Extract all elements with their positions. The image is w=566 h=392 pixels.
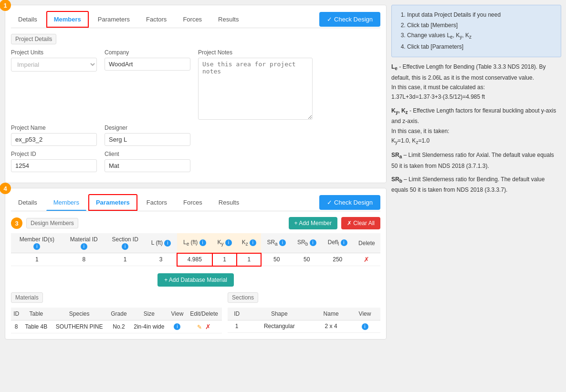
info-list: Input data Project Details if you need C… [398,10,554,52]
col-l-ft: L (ft) i [146,233,177,253]
mat-cell-grade: No.2 [108,320,130,333]
clear-all-button[interactable]: ✗ Clear All [341,217,380,229]
info-icon-section-id[interactable]: i [122,243,128,250]
mat-col-id: ID [11,308,21,320]
client-input[interactable]: Mat [105,159,190,172]
tab-parameters-top[interactable]: Parameters [91,11,137,27]
col-srb: SRb i [292,233,322,253]
tab-parameters-bottom[interactable]: Parameters [88,194,137,211]
info-item-1: Input data Project Details if you need [407,10,554,21]
materials-label: Materials [11,292,43,303]
mat-cell-id: 8 [11,320,21,333]
sec-cell-id: 1 [228,320,246,332]
form-row-1: Project Units Imperial Company WoodArt P… [11,49,380,120]
project-id-input[interactable]: 1254 [11,159,97,172]
mat-col-table: Table [21,308,51,320]
form-row-3: Project ID 1254 Client Mat [11,151,380,172]
info-icon-srb[interactable]: i [310,239,316,246]
add-member-button[interactable]: + Add Member [289,217,337,229]
mat-view-icon[interactable]: i [174,323,180,330]
info-icon-le-ft[interactable]: i [199,239,206,246]
project-name-input[interactable]: ex_p53_2 [11,133,97,146]
tab-details-top[interactable]: Details [11,11,44,27]
project-notes-label: Project Notes [198,49,313,56]
cell-section-id: 1 [105,253,146,266]
designer-label: Designer [105,124,190,131]
col-defl: Defll i [322,233,353,253]
tab-results-bottom[interactable]: Results [211,195,246,210]
info-icon-member-ids[interactable]: i [33,243,40,250]
company-group: Company WoodArt [105,49,190,120]
sections-row: 1 Rectangular 2 x 4 i [228,320,380,332]
top-tabs: Details Members Parameters Factors Force… [11,11,380,28]
tab-forces-top[interactable]: Forces [176,11,209,27]
tab-members-bottom[interactable]: Members [46,195,86,211]
sec-cell-name: 2 x 4 [313,320,349,332]
info-icon-ky[interactable]: i [225,239,232,246]
cell-member-ids: 1 [11,253,63,266]
le-paragraph: Le - Effective Length for Bending (Table… [391,62,561,102]
form-row-2: Project Name ex_p53_2 Designer Serg L [11,124,380,146]
col-material-id: Material IDi [63,233,105,253]
project-name-label: Project Name [11,124,97,131]
col-member-ids: Member ID(s)i [11,233,63,253]
cell-defl: 250 [322,253,353,266]
cell-le-ft: 4.985 [177,253,212,266]
mat-col-grade: Grade [108,308,130,320]
mat-cell-view[interactable]: i [168,320,187,333]
step-badge-3: 3 [11,217,22,229]
mat-edit-icon[interactable]: ✎ [197,324,202,330]
info-item-4: Click tab [Parameters] [407,42,554,52]
tab-factors-bottom[interactable]: Factors [139,195,174,210]
cell-delete[interactable]: ✗ [353,253,380,266]
info-icon-kz[interactable]: i [250,239,256,246]
check-design-button-top[interactable]: ✓ Check Design [319,12,380,27]
tab-details-bottom[interactable]: Details [11,195,44,210]
info-icon-material-id[interactable]: i [81,243,87,250]
client-label: Client [105,151,190,157]
sections-label: Sections [228,292,258,303]
col-delete: Delete [353,233,380,253]
add-database-material-button[interactable]: + Add Database Material [157,273,234,287]
sec-view-icon[interactable]: i [362,323,368,330]
materials-row: 8 Table 4B SOUTHERN PINE No.2 2in-4in wi… [11,320,222,333]
tab-results-top[interactable]: Results [211,11,246,27]
step-badge-1: 1 [0,0,11,11]
cell-material-id: 8 [63,253,105,266]
mat-delete-icon[interactable]: ✗ [205,323,211,330]
company-input[interactable]: WoodArt [105,58,190,71]
project-notes-textarea[interactable] [198,58,313,120]
info-item-3: Change values Le, Ky, Kz [407,31,554,41]
design-members-table-container: Member ID(s)i Material IDi Section IDi L… [11,233,380,267]
project-id-label: Project ID [11,151,97,157]
info-icon-defl[interactable]: i [341,239,347,246]
mat-col-size: Size [130,308,168,320]
col-kz: Kz i [237,233,261,253]
cell-kz: 1 [237,253,261,266]
project-units-label: Project Units [11,49,97,56]
info-box-top: Input data Project Details if you need C… [391,5,561,57]
design-members-table: Member ID(s)i Material IDi Section IDi L… [11,233,380,267]
info-icon-l-ft[interactable]: i [164,240,171,247]
designer-group: Designer Serg L [105,124,190,146]
cell-srb: 50 [292,253,322,266]
sra-paragraph: SRa – Limit Slenderness ratio for Axial.… [391,150,561,171]
info-text-bottom: Le - Effective Length for Bending (Table… [391,62,561,199]
info-item-2: Click tab [Members] [407,21,554,31]
tab-factors-top[interactable]: Factors [139,11,174,27]
info-icon-sra[interactable]: i [279,239,286,246]
ky-title: Ky, Kz [391,107,408,114]
delete-row-icon[interactable]: ✗ [364,256,369,263]
col-sra: SRa i [261,233,292,253]
tab-members-top[interactable]: Members [46,11,89,28]
mat-cell-species: SOUTHERN PINE [51,320,108,333]
check-design-button-bottom[interactable]: ✓ Check Design [319,195,380,210]
sec-cell-view[interactable]: i [349,320,380,332]
srb-title: SRb [391,176,402,183]
step-badge-4: 4 [0,183,11,194]
project-units-select[interactable]: Imperial [11,58,97,72]
designer-input[interactable]: Serg L [105,133,190,146]
cell-ky: 1 [212,253,237,266]
tab-forces-bottom[interactable]: Forces [176,195,210,210]
materials-section: Materials ID Table Species Grade Size Vi… [11,292,222,333]
